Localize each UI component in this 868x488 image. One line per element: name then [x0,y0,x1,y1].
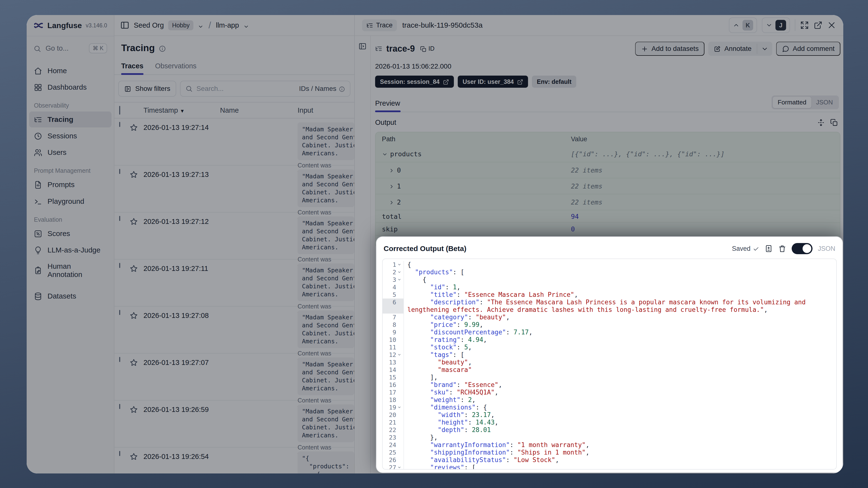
table-row[interactable]: 2026-01-13 19:27:12"Madam Speaker, Ma an… [114,213,354,260]
tab-preview[interactable]: Preview [375,99,400,112]
code-line[interactable]: 5 "title": "Essence Mascara Lash Prince"… [383,291,836,299]
fold-chevron-icon[interactable] [396,404,403,409]
code-line[interactable]: 2 "products": [ [383,269,836,276]
code-line[interactable]: 26 "availabilityStatus": "Low Stock", [383,456,836,464]
table-row[interactable]: 2026-01-13 19:27:11"Madam Speaker, Ma an… [114,260,354,306]
star-icon[interactable] [129,216,138,226]
org-name[interactable]: Seed Org [134,21,164,29]
toggle-formatted[interactable]: Formatted [773,97,811,108]
sidebar-item-home[interactable]: Home [29,63,112,79]
code-line[interactable]: 22 "depth": 28.01 [383,426,836,434]
code-line[interactable]: 1{ [383,261,836,269]
code-line[interactable]: 24 "warrantyInformation": "1 month warra… [383,441,836,449]
fold-chevron-icon[interactable] [396,276,403,281]
code-line[interactable]: 13 "beauty", [383,359,836,366]
table-row[interactable]: 2026-01-13 19:26:59"Madam Speaker, Ma an… [114,400,354,448]
code-line[interactable]: 23 }, [383,434,836,441]
row-checkbox[interactable] [119,263,120,268]
code-line[interactable]: 10 "rating": 4.94, [383,336,836,343]
code-line[interactable]: 17 "sku": "RCH45Q1A", [383,389,836,396]
show-filters-button[interactable]: Show filters [118,81,176,97]
diff-button[interactable] [765,244,773,253]
goto-search[interactable]: Go to... ⌘ K [29,40,112,57]
table-row[interactable]: 2026-01-13 19:26:54"{ "products": [ { [114,448,354,474]
search-box[interactable]: IDs / Names [180,81,350,97]
code-line[interactable]: 19 "dimensions": { [383,404,836,411]
table-row[interactable]: 2026-01-13 19:27:08"Madam Speaker, Ma an… [114,306,354,354]
json-code-editor[interactable]: 1{2 "products": [3 {4 "id": 1,5 "title":… [382,258,837,469]
code-line[interactable]: 7 "category": "beauty", [383,313,836,321]
delete-button[interactable] [778,244,786,253]
table-row[interactable]: 2026-01-13 19:27:07"Madam Speaker, Ma an… [114,354,354,400]
table-row[interactable]: 2026-01-13 19:27:13"Madam Speaker, Ma an… [114,165,354,213]
code-line[interactable]: 15 ], [383,374,836,381]
row-checkbox[interactable] [119,357,120,362]
session-badge[interactable]: Session: session_84 [375,75,454,88]
sidebar-item-datasets[interactable]: Datasets [29,288,112,304]
code-line[interactable]: 8 "price": 9.99, [383,321,836,329]
annotate-menu-button[interactable] [757,42,772,56]
code-line[interactable]: 16 "brand": "Essence", [383,381,836,389]
search-input[interactable] [196,85,295,93]
sidebar-item-prompts[interactable]: Prompts [29,177,112,193]
close-panel-button[interactable] [827,21,836,30]
open-external-button[interactable] [814,21,823,30]
code-line[interactable]: 21 "height": 14.43, [383,419,836,426]
copy-icon[interactable] [830,119,838,126]
sidebar-item-tracing[interactable]: Tracing [29,112,112,127]
select-all-checkbox[interactable] [119,106,120,115]
star-icon[interactable] [129,122,138,132]
tree-panel-toggle-icon[interactable] [359,42,367,51]
sidebar-item-scores[interactable]: Scores [29,225,112,242]
fold-chevron-icon[interactable] [396,351,403,357]
fold-chevron-icon[interactable] [396,261,403,267]
column-timestamp[interactable]: Timestamp▼ [144,106,220,114]
row-checkbox[interactable] [119,404,120,409]
sidebar-item-sessions[interactable]: Sessions [29,128,112,144]
org-chevron-down-icon[interactable] [198,22,204,28]
annotate-button[interactable]: Annotate [708,42,757,56]
star-icon[interactable] [129,310,138,320]
code-line[interactable]: 4 "id": 1, [383,283,836,291]
star-icon[interactable] [129,264,138,273]
output-row-products[interactable]: products[{"id": ...}, {"id": ...}, {"id"… [376,146,840,162]
fold-chevron-icon[interactable] [396,269,403,274]
code-line[interactable]: 6 "description": "The Essence Mascara La… [383,299,836,313]
project-name[interactable]: llm-app [216,21,239,29]
column-input[interactable]: Input [298,106,354,114]
sidebar-item-users[interactable]: Users [29,145,112,160]
code-line[interactable]: 18 "weight": 2, [383,396,836,404]
star-icon[interactable] [129,357,138,367]
project-chevron-down-icon[interactable] [243,22,249,28]
output-row-2[interactable]: 222 items [376,194,840,210]
table-row[interactable]: 2026-01-13 19:27:14"Madam Speaker, Ma an… [114,119,354,165]
tab-traces[interactable]: Traces [121,62,144,74]
sidebar-item-playground[interactable]: Playground [29,193,112,209]
code-line[interactable]: 3 { [383,276,836,283]
search-scope[interactable]: IDs / Names [299,85,345,93]
row-checkbox[interactable] [119,216,120,221]
output-row-0[interactable]: 022 items [376,162,840,178]
code-line[interactable]: 14 "mascara" [383,366,836,374]
code-line[interactable]: 11 "stock": 5, [383,343,836,351]
tab-observations[interactable]: Observations [155,62,196,74]
expand-vertical-icon[interactable] [817,119,825,126]
row-checkbox[interactable] [119,451,120,456]
star-icon[interactable] [129,451,138,461]
json-toggle[interactable] [792,243,812,254]
fold-chevron-icon[interactable] [396,464,403,469]
code-line[interactable]: 20 "width": 23.17, [383,411,836,419]
user-badge[interactable]: User ID: user_384 [458,75,528,88]
sidebar-item-human-annotation[interactable]: Human Annotation [29,258,112,282]
code-line[interactable]: 25 "shippingInformation": "Ships in 1 mo… [383,449,836,456]
code-line[interactable]: 27 "reviews": [ [383,464,836,469]
next-trace-button[interactable]: J [762,18,790,33]
add-comment-button[interactable]: Add comment [776,42,840,56]
sidebar-item-llm-as-a-judge[interactable]: LLM-as-a-Judge [29,242,112,258]
row-checkbox[interactable] [119,122,120,127]
code-line[interactable]: 12 "tags": [ [383,351,836,359]
copy-id-chip[interactable]: ID [420,45,434,52]
sidebar-toggle-icon[interactable] [120,21,129,30]
row-checkbox[interactable] [119,169,120,174]
sidebar-item-dashboards[interactable]: Dashboards [29,79,112,95]
